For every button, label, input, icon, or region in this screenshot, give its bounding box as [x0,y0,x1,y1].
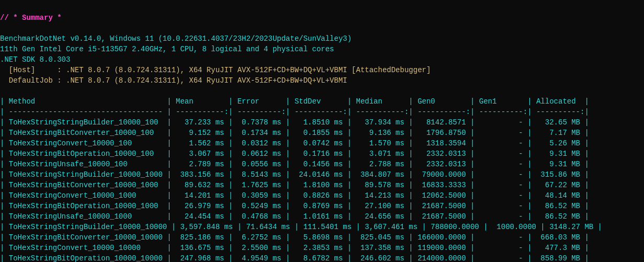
env-line-1: BenchmarkDotNet v0.14.0, Windows 11 (10.… [0,35,352,43]
env-line-4: [Host] : .NET 8.0.7 (8.0.724.31311), X64… [0,66,431,74]
benchmark-table: | Method | Mean | Error | StdDev | Media… [0,97,602,262]
env-line-3: .NET SDK 8.0.303 [0,55,70,64]
env-line-5: DefaultJob : .NET 8.0.7 (8.0.724.31311),… [0,76,347,85]
terminal: // * Summary * BenchmarkDotNet v0.14.0, … [0,0,644,262]
env-line-2: 11th Gen Intel Core i5-1135G7 2.40GHz, 1… [0,45,334,53]
summary-comment: // * Summary * [0,14,62,22]
